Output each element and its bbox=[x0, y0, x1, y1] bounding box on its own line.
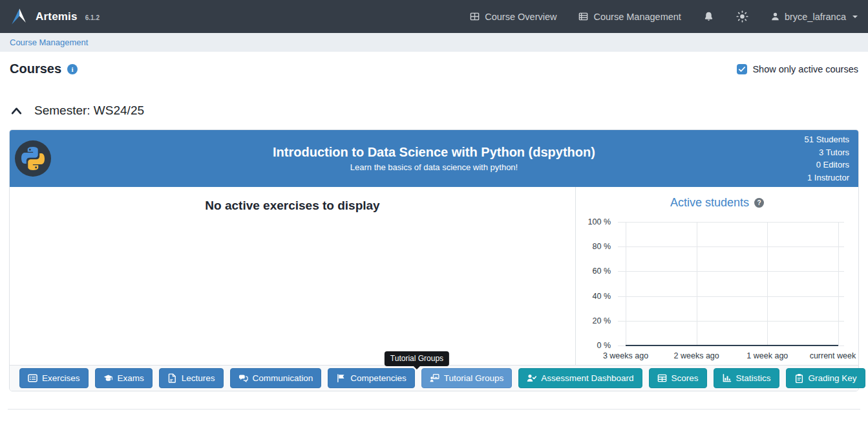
semester-row: Semester: WS24/25 bbox=[10, 104, 858, 118]
h-gridline bbox=[618, 246, 844, 247]
h-gridline bbox=[618, 321, 844, 322]
chart-data-line bbox=[626, 345, 838, 346]
table-icon bbox=[657, 373, 667, 383]
show-only-active-label[interactable]: Show only active courses bbox=[752, 64, 858, 74]
stat-students: 51 Students bbox=[805, 133, 849, 146]
active-students-chart: Active students ? 100 % 80 % 60 % 40 % bbox=[576, 187, 858, 365]
section-divider bbox=[8, 409, 860, 410]
top-navbar: Artemis 6.1.2 Course Overview bbox=[0, 0, 868, 33]
chalkboard-user-icon bbox=[430, 373, 439, 383]
exams-button[interactable]: Exams bbox=[95, 368, 153, 388]
semester-title: Semester: WS24/25 bbox=[34, 104, 144, 118]
v-gridline bbox=[767, 222, 768, 345]
communication-label: Communication bbox=[253, 373, 313, 383]
chart-plot-area: 100 % 80 % 60 % 40 % 20 % 0 % 3 weeks ag… bbox=[626, 222, 838, 345]
info-icon[interactable]: i bbox=[67, 64, 78, 74]
y-tick: 20 % bbox=[593, 316, 611, 325]
list-alt-icon bbox=[28, 373, 37, 383]
course-card-footer: Exercises Exams Lectures bbox=[10, 365, 858, 391]
statistics-button[interactable]: Statistics bbox=[714, 368, 779, 388]
chart-column-icon bbox=[722, 373, 732, 383]
user-check-icon bbox=[527, 373, 536, 383]
assessment-dashboard-button[interactable]: Assessment Dashboard bbox=[518, 368, 642, 388]
breadcrumb: Course Management bbox=[0, 33, 868, 52]
scores-button[interactable]: Scores bbox=[649, 368, 707, 388]
lectures-label: Lectures bbox=[182, 373, 215, 383]
assessment-dashboard-label: Assessment Dashboard bbox=[541, 373, 633, 383]
user-icon bbox=[770, 12, 780, 21]
breadcrumb-course-management[interactable]: Course Management bbox=[10, 38, 88, 47]
caret-down-icon bbox=[852, 16, 858, 18]
y-tick: 60 % bbox=[593, 267, 611, 276]
grading-key-button[interactable]: Grading Key bbox=[786, 368, 865, 388]
h-gridline bbox=[618, 222, 844, 223]
competencies-button[interactable]: Competencies bbox=[328, 368, 414, 388]
exercises-panel: No active exercises to display bbox=[10, 187, 576, 365]
tutorial-groups-button[interactable]: Tutorial Groups bbox=[421, 368, 513, 388]
chart-title: Active students bbox=[670, 196, 749, 210]
x-tick: 3 weeks ago bbox=[603, 351, 648, 360]
lectures-button[interactable]: Lectures bbox=[159, 368, 224, 388]
page-title: Courses bbox=[10, 61, 61, 76]
nav-course-overview-label: Course Overview bbox=[485, 12, 556, 22]
python-logo-icon bbox=[21, 147, 45, 170]
sun-icon bbox=[736, 10, 748, 23]
x-tick: current week bbox=[810, 351, 856, 360]
exams-label: Exams bbox=[118, 373, 144, 383]
clipboard-icon bbox=[794, 373, 804, 383]
table-list-icon bbox=[578, 12, 588, 21]
course-avatar bbox=[15, 140, 51, 177]
tutorial-groups-tooltip: Tutorial Groups bbox=[385, 351, 449, 366]
nav-course-overview[interactable]: Course Overview bbox=[470, 12, 556, 22]
course-card-body: No active exercises to display Active st… bbox=[10, 187, 858, 365]
competencies-label: Competencies bbox=[350, 373, 406, 383]
show-only-active-checkbox[interactable] bbox=[737, 64, 747, 74]
x-tick: 2 weeks ago bbox=[674, 351, 719, 360]
course-title: Introduction to Data Science with Python… bbox=[162, 145, 705, 160]
y-tick: 100 % bbox=[588, 217, 611, 226]
y-tick: 0 % bbox=[597, 341, 611, 350]
course-card-header[interactable]: Introduction to Data Science with Python… bbox=[10, 130, 858, 187]
stat-tutors: 3 Tutors bbox=[805, 146, 849, 159]
question-icon[interactable]: ? bbox=[754, 198, 764, 208]
page-header: Courses i Show only active courses bbox=[10, 61, 858, 76]
stat-instructors: 1 Instructor bbox=[805, 171, 849, 184]
table-cells-icon bbox=[470, 12, 480, 21]
notifications-button[interactable] bbox=[703, 11, 714, 22]
x-tick: 1 week ago bbox=[746, 351, 788, 360]
y-tick: 40 % bbox=[593, 292, 611, 301]
check-icon bbox=[738, 65, 746, 73]
nav-course-management-label: Course Management bbox=[593, 12, 681, 22]
h-gridline bbox=[618, 271, 844, 272]
comments-icon bbox=[238, 373, 248, 383]
nav-course-management[interactable]: Course Management bbox=[578, 12, 681, 22]
brand-version: 6.1.2 bbox=[85, 14, 100, 21]
tooltip-text: Tutorial Groups bbox=[390, 354, 443, 363]
h-gridline bbox=[618, 296, 844, 297]
exercises-label: Exercises bbox=[42, 373, 80, 383]
stat-editors: 0 Editors bbox=[805, 159, 849, 171]
exercises-button[interactable]: Exercises bbox=[19, 368, 89, 388]
graduation-cap-icon bbox=[103, 373, 113, 383]
grading-key-label: Grading Key bbox=[809, 373, 857, 383]
v-gridline bbox=[838, 222, 839, 345]
username: bryce_lafranca bbox=[785, 12, 846, 22]
no-exercises-message: No active exercises to display bbox=[205, 199, 379, 212]
artemis-logo-icon bbox=[10, 7, 29, 26]
communication-button[interactable]: Communication bbox=[230, 368, 322, 388]
y-tick: 80 % bbox=[593, 242, 611, 251]
tutorial-groups-label: Tutorial Groups bbox=[444, 373, 504, 383]
tooltip-arrow bbox=[414, 366, 420, 369]
artemis-brand[interactable]: Artemis 6.1.2 bbox=[10, 7, 100, 26]
scores-label: Scores bbox=[672, 373, 699, 383]
theme-toggle-button[interactable] bbox=[736, 10, 748, 23]
user-menu[interactable]: bryce_lafranca bbox=[770, 12, 858, 22]
flag-icon bbox=[336, 373, 346, 383]
v-gridline bbox=[697, 222, 697, 345]
course-subtitle: Learn the basics of data science with py… bbox=[162, 162, 705, 172]
course-stats: 51 Students 3 Tutors 0 Editors 1 Instruc… bbox=[805, 133, 849, 184]
collapse-semester-button[interactable] bbox=[10, 104, 23, 118]
chevron-up-icon bbox=[10, 104, 23, 118]
file-pdf-icon bbox=[167, 373, 177, 383]
brand-name: Artemis bbox=[36, 10, 78, 23]
